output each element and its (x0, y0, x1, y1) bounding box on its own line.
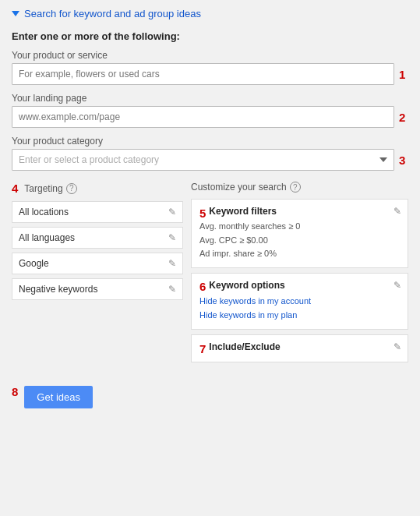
card-6-header-row: 6 Keyword options Hide keywords in my ac… (199, 280, 400, 323)
targeting-help-icon[interactable]: ? (66, 183, 77, 194)
targeting-item-google[interactable]: Google ✎ (12, 253, 183, 274)
targeting-google-label: Google (19, 258, 49, 269)
expand-icon (12, 11, 19, 16)
customize-header: Customize your search ? (191, 182, 408, 193)
customize-col: Customize your search ? 5 Keyword filter… (191, 182, 408, 367)
keyword-filters-card: 5 Keyword filters Avg. monthly searches … (191, 199, 408, 268)
field-category-label: Your product category (12, 136, 408, 147)
card-5-line-1: Avg. monthly searches ≥ 0 (199, 220, 300, 234)
main-container: Search for keyword and ad group ideas En… (0, 0, 420, 416)
field-product-group: Your product or service 1 (12, 50, 408, 85)
card-5-line-3: Ad impr. share ≥ 0% (199, 247, 300, 261)
edit-languages-icon: ✎ (168, 232, 176, 243)
card-7-header-row: 7 Include/Exclude ✎ (199, 341, 400, 355)
field-category-group: Your product category Enter or select a … (12, 136, 408, 171)
badge-8: 8 (12, 385, 18, 398)
product-input[interactable] (12, 63, 394, 85)
field-landing-label: Your landing page (12, 93, 408, 104)
targeting-col: 4 Targeting ? All locations ✎ All langua… (12, 182, 183, 367)
badge-1: 1 (399, 68, 408, 81)
field-landing-group: Your landing page 2 (12, 93, 408, 128)
section-title: Search for keyword and ad group ideas (24, 8, 201, 19)
card-5-left: 5 Keyword filters Avg. monthly searches … (199, 206, 300, 261)
edit-locations-icon: ✎ (168, 207, 176, 217)
badge-3: 3 (399, 154, 408, 167)
badge-7: 7 (199, 342, 206, 355)
include-exclude-card: 7 Include/Exclude ✎ (191, 334, 408, 362)
edit-keyword-options-icon[interactable]: ✎ (394, 280, 401, 291)
landing-input[interactable] (12, 106, 394, 128)
edit-google-icon: ✎ (168, 258, 176, 269)
keyword-options-link-2[interactable]: Hide keywords in my plan (199, 308, 311, 323)
targeting-negative-keywords-label: Negative keywords (19, 284, 97, 295)
field-product-row: 1 (12, 63, 408, 85)
edit-negative-keywords-icon: ✎ (168, 284, 176, 295)
field-landing-row: 2 (12, 106, 408, 128)
customize-label: Customize your search (191, 182, 287, 193)
edit-include-exclude-icon[interactable]: ✎ (394, 341, 401, 352)
get-ideas-button[interactable]: Get ideas (24, 386, 93, 408)
targeting-item-languages[interactable]: All languages ✎ (12, 227, 183, 249)
edit-keyword-filters-icon[interactable]: ✎ (394, 206, 401, 217)
card-6-title-row: 6 Keyword options (199, 280, 311, 294)
targeting-item-negative-keywords[interactable]: Negative keywords ✎ (12, 278, 183, 300)
enter-label: Enter one or more of the following: (12, 30, 408, 42)
card-5-header-row: 5 Keyword filters Avg. monthly searches … (199, 206, 400, 261)
targeting-item-locations[interactable]: All locations ✎ (12, 201, 183, 223)
badge-5: 5 (199, 207, 206, 220)
card-7-title-row: 7 Include/Exclude (199, 341, 281, 355)
badge-2: 2 (399, 111, 408, 124)
two-col-section: 4 Targeting ? All locations ✎ All langua… (12, 182, 408, 367)
card-5-title-row: 5 Keyword filters (199, 206, 300, 220)
customize-help-icon[interactable]: ? (290, 182, 301, 193)
card-5-title: Keyword filters (209, 206, 277, 217)
targeting-label: Targeting (24, 183, 62, 194)
keyword-options-card: 6 Keyword options Hide keywords in my ac… (191, 273, 408, 330)
badge-6: 6 (199, 280, 206, 293)
category-select[interactable]: Enter or select a product category (12, 149, 394, 171)
card-5-line-2: Avg. CPC ≥ $0.00 (199, 234, 300, 248)
keyword-options-link-1[interactable]: Hide keywords in my account (199, 294, 311, 309)
card-7-title: Include/Exclude (209, 341, 280, 352)
card-6-left: 6 Keyword options Hide keywords in my ac… (199, 280, 311, 323)
field-category-row: Enter or select a product category 3 (12, 149, 408, 171)
badge-4: 4 (12, 182, 18, 195)
targeting-header: 4 Targeting ? (12, 182, 183, 195)
section-header[interactable]: Search for keyword and ad group ideas (12, 8, 408, 19)
field-product-label: Your product or service (12, 50, 408, 61)
button-row: 8 Get ideas (12, 375, 408, 408)
targeting-languages-label: All languages (19, 232, 75, 243)
card-7-left: 7 Include/Exclude (199, 341, 281, 355)
card-6-title: Keyword options (209, 280, 284, 291)
targeting-locations-label: All locations (19, 207, 69, 217)
